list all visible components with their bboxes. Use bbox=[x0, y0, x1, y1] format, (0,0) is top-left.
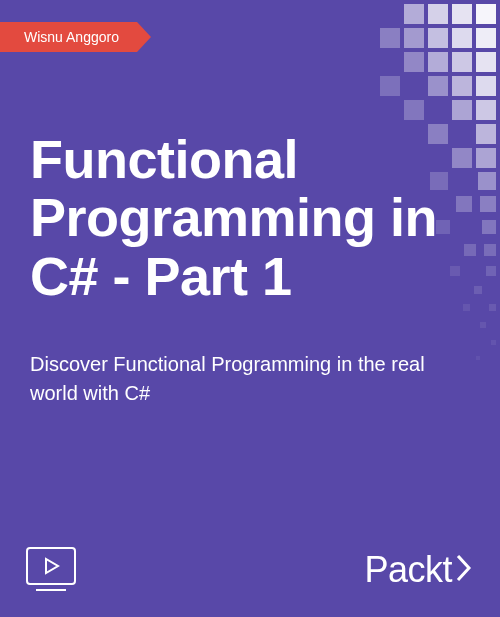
angle-bracket-icon bbox=[456, 554, 474, 586]
course-title: Functional Programming in C# - Part 1 bbox=[30, 130, 470, 305]
publisher-name: Packt bbox=[364, 549, 452, 591]
author-name: Wisnu Anggoro bbox=[24, 29, 119, 45]
publisher-logo: Packt bbox=[364, 549, 474, 591]
video-play-icon bbox=[26, 547, 76, 591]
course-subtitle: Discover Functional Programming in the r… bbox=[30, 350, 440, 408]
svg-rect-0 bbox=[27, 548, 75, 584]
book-cover: Wisnu Anggoro Functional Programming in … bbox=[0, 0, 500, 617]
svg-marker-1 bbox=[46, 559, 58, 573]
author-ribbon: Wisnu Anggoro bbox=[0, 22, 137, 52]
